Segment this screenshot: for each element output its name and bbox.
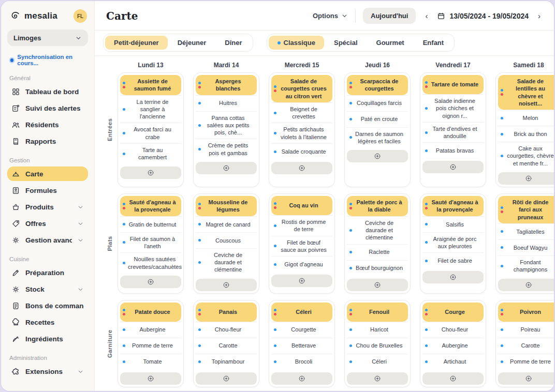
sidebar-item-stock[interactable]: Stock [7,282,88,296]
add-dish-button[interactable] [196,372,257,385]
dish-item[interactable]: Ceviche de daurade et clémentine [196,248,257,276]
featured-dish[interactable]: Palette de porc à la diable [347,196,408,216]
today-button[interactable]: Aujourd'hui [363,8,416,24]
featured-dish[interactable]: Asperges blanches [196,75,257,95]
sidebar-item-residents[interactable]: Résidents [7,117,88,132]
dish-item[interactable]: Gigot d'agneau [271,256,332,272]
add-dish-button[interactable] [271,162,332,174]
add-dish-button[interactable] [347,150,408,162]
previous-week-button[interactable]: ‹ [423,11,430,21]
add-dish-button[interactable] [498,172,554,185]
dish-item[interactable]: Beignet de crevettes [271,102,332,123]
dish-item[interactable]: Pomme de terre [498,354,554,370]
dish-item[interactable]: Chou-fleur [422,322,484,338]
dish-item[interactable]: Tarte au camembert [120,143,181,164]
avatar[interactable]: FL [74,9,87,23]
dish-item[interactable]: Poireau [498,322,554,338]
add-dish-button[interactable] [498,372,554,385]
tab-meal-dejeuner[interactable]: Déjeuner [169,36,215,50]
dish-item[interactable]: Huitres [196,95,257,111]
tab-meal-petit-dejeuner[interactable]: Petit-déjeuner [105,36,168,50]
dish-item[interactable]: Nouilles sautées crevettes/cacahuètes [120,252,181,273]
sidebar-item-extensions[interactable]: Extensions [7,364,88,379]
dish-item[interactable]: Brick au thon [498,126,554,142]
sidebar-item-offres[interactable]: Offres [7,216,88,231]
dish-item[interactable]: Tomate [120,354,181,370]
dish-item[interactable]: Carotte [196,338,257,354]
featured-dish[interactable]: Courge [422,303,484,322]
dish-item[interactable]: Carotte [498,338,554,354]
sidebar-item-recettes[interactable]: Recettes [7,315,88,329]
add-dish-button[interactable] [422,271,484,283]
dish-item[interactable]: Fondant champignons [498,255,554,276]
add-dish-button[interactable] [196,279,257,291]
add-dish-button[interactable] [196,162,257,174]
sidebar-item-suivi-des-alertes[interactable]: Suivi des alertes [7,101,88,115]
dish-item[interactable]: Filet de sabre [422,252,484,268]
date-range-picker[interactable]: 13/05/2024 - 19/05/2024 [437,12,529,20]
add-dish-button[interactable] [422,161,484,173]
add-dish-button[interactable] [347,279,408,291]
dish-item[interactable]: Ceviche de daurade et clémentine [347,216,408,244]
dish-item[interactable]: Betterave [271,338,332,354]
tab-category-enfant[interactable]: Enfant [414,36,452,50]
dish-item[interactable]: Crème de petits pois et gambas [196,139,257,159]
sidebar-item-preparation[interactable]: Préparation [7,265,88,280]
dish-item[interactable]: Couscous [196,232,257,248]
dish-item[interactable]: Chou de Bruxelles [347,338,408,354]
dish-item[interactable]: Darnes de saumon légères et faciles [347,127,408,148]
dish-item[interactable]: Salsifis [422,216,484,232]
dish-item[interactable]: Filet de bœuf sauce aux poivres [271,236,332,257]
dish-item[interactable]: Gratin de butternut [120,216,181,232]
add-dish-button[interactable] [422,372,484,385]
featured-dish[interactable]: Tartare de tomate [422,75,484,94]
featured-dish[interactable]: Panais [196,303,257,322]
add-dish-button[interactable] [498,279,554,291]
tab-category-special[interactable]: Spécial [325,36,367,50]
add-dish-button[interactable] [271,275,332,287]
next-week-button[interactable]: › [536,11,543,21]
featured-dish[interactable]: Scarpaccia de courgettes [347,75,408,95]
add-dish-button[interactable] [120,372,181,385]
add-dish-button[interactable] [271,372,332,385]
dish-item[interactable]: Topinambour [196,354,257,370]
tab-meal-diner[interactable]: Dîner [216,36,251,50]
dish-item[interactable]: Tarte d'endives et andouille [422,122,484,143]
dish-item[interactable]: Tagliatelles [498,223,554,239]
sidebar-item-formules[interactable]: Formules [7,183,88,198]
dish-item[interactable]: Petits artichauts violets à l'italienne [271,123,332,143]
featured-dish[interactable]: Rôti de dinde farci aux pruneaux [498,196,554,223]
featured-dish[interactable]: Assiette de saumon fumé [120,75,181,95]
dish-item[interactable]: Melon [498,110,554,126]
dish-item[interactable]: Avocat farci au crabe [120,123,181,143]
dish-item[interactable]: Salade croquante [271,143,332,159]
featured-dish[interactable]: Patate douce [120,303,181,322]
dish-item[interactable]: Raclette [347,244,408,260]
dish-item[interactable]: Céleri [347,354,408,370]
options-button[interactable]: Options [313,12,348,20]
dish-item[interactable]: Chou-fleur [196,322,257,338]
sidebar-item-ingredients[interactable]: Ingrédients [7,331,88,346]
featured-dish[interactable]: Fenouil [347,303,408,322]
dish-item[interactable]: Coquillages farcis [347,95,408,111]
sidebar-item-produits[interactable]: Produits [7,200,88,214]
featured-dish[interactable]: Sauté d'agneau à la provençale [422,196,484,216]
add-dish-button[interactable] [120,167,181,179]
dish-item[interactable]: Paté en croute [347,111,408,127]
dish-item[interactable]: Panna cottas salées aux petits pois, chè… [196,111,257,139]
featured-dish[interactable]: Coq au vin [271,196,332,215]
featured-dish[interactable]: Salade de courgettes crues au citron ver… [271,75,332,102]
sidebar-item-carte[interactable]: Carte [7,167,88,181]
featured-dish[interactable]: Mousseline de légumes [196,196,257,216]
dish-item[interactable]: Artichaut [422,354,484,370]
dish-item[interactable]: Courgette [271,322,332,338]
sidebar-item-gestion-avancee[interactable]: Gestion avancée [7,233,88,247]
dish-item[interactable]: Cake aux courgettes, chèvre et menthe fr… [498,142,554,170]
dish-item[interactable]: Aubergine [120,322,181,338]
featured-dish[interactable]: Salade de lentilles au chèvre et noisett… [498,75,554,110]
dish-item[interactable]: Haricot [347,322,408,338]
dish-item[interactable]: La terrine de sanglier à l'ancienne [120,95,181,123]
dish-item[interactable]: Rostis de pomme de terre [271,215,332,236]
tab-category-gourmet[interactable]: Gourmet [368,36,413,50]
dish-item[interactable]: Filet de saumon à l'aneth [120,232,181,253]
